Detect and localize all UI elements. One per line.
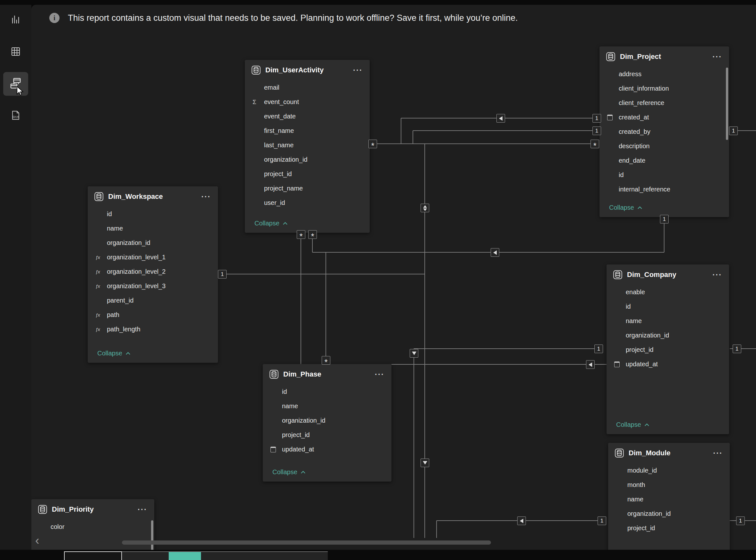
field-row[interactable]: name <box>608 492 730 506</box>
field-row[interactable]: name <box>607 314 729 328</box>
field-row[interactable]: created_at <box>599 110 729 124</box>
table-name: Dim_Module <box>629 449 671 457</box>
relationship-line[interactable] <box>414 348 597 349</box>
table-card-header[interactable]: Dim_Module ··· <box>608 443 730 463</box>
field-row[interactable]: path <box>88 308 218 322</box>
table-icon <box>38 505 47 514</box>
page-navigator-frame[interactable] <box>64 551 122 560</box>
field-row[interactable]: user_id <box>245 196 370 210</box>
field-row[interactable]: address <box>599 67 729 81</box>
card-scrollbar[interactable] <box>726 67 728 140</box>
table-card-dim-useractivity[interactable]: Dim_UserActivity ··· email event_count <box>245 60 370 233</box>
field-row[interactable]: created_by <box>599 124 729 139</box>
field-row[interactable]: color <box>32 520 154 534</box>
field-row[interactable]: last_name <box>245 138 370 153</box>
sidebar-item-table-view[interactable] <box>0 42 32 62</box>
collapse-link[interactable]: Collapse <box>263 468 391 482</box>
model-diagram-canvas[interactable]: * 1 * * * 1 1 * 1 1 1 1 1 1 Dim_UserActi… <box>32 31 756 550</box>
field-row[interactable]: end_date <box>599 153 729 168</box>
field-row[interactable]: event_count <box>245 95 370 109</box>
field-row[interactable]: project_name <box>245 181 370 196</box>
more-options-button[interactable]: ··· <box>713 52 722 61</box>
sidebar-item-report-view[interactable] <box>0 10 32 31</box>
field-row[interactable]: organization_id <box>263 413 391 428</box>
relationship-line[interactable] <box>401 118 401 144</box>
field-name: first_name <box>264 127 294 135</box>
field-row[interactable]: id <box>88 207 218 221</box>
relationship-line[interactable] <box>312 252 664 253</box>
table-card-dim-phase[interactable]: Dim_Phase ··· id name <box>263 364 391 482</box>
more-options-button[interactable]: ··· <box>201 192 211 201</box>
more-options-button[interactable]: ··· <box>353 66 363 75</box>
relationship-line[interactable] <box>424 144 425 538</box>
page-navigator-selection[interactable] <box>169 552 201 560</box>
field-row[interactable]: organization_id <box>608 506 730 521</box>
relationship-line[interactable] <box>326 252 326 360</box>
page-navigator-track[interactable] <box>122 551 328 560</box>
more-options-button[interactable]: ··· <box>138 505 147 514</box>
field-row[interactable]: organization_level_2 <box>88 264 218 279</box>
horizontal-scrollbar-thumb[interactable] <box>122 540 491 545</box>
more-options-button[interactable]: ··· <box>713 448 723 458</box>
svg-text:DAX: DAX <box>13 115 19 118</box>
relationship-line[interactable] <box>391 364 607 365</box>
field-row[interactable]: updated_at <box>263 442 391 457</box>
relationship-line[interactable] <box>413 131 413 144</box>
field-row[interactable]: enable <box>607 285 729 299</box>
field-row[interactable]: name <box>88 221 218 236</box>
field-row[interactable]: organization_level_1 <box>88 250 218 264</box>
field-row[interactable]: client_reference <box>599 96 729 110</box>
field-row[interactable]: client_information <box>599 81 729 96</box>
field-row[interactable]: organization_level_3 <box>88 279 218 293</box>
scroll-left-arrow[interactable]: ‹ <box>35 534 39 546</box>
table-card-dim-company[interactable]: Dim_Company ··· enable id <box>607 264 729 434</box>
relationship-line[interactable] <box>436 521 437 538</box>
relationship-line[interactable] <box>377 143 595 144</box>
sidebar-item-dax-query-view[interactable]: DAX <box>0 106 32 126</box>
table-card-header[interactable]: Dim_Phase ··· <box>263 364 391 384</box>
field-row[interactable]: description <box>599 139 729 153</box>
mouse-cursor <box>16 86 25 98</box>
card-scrollbar[interactable] <box>151 520 153 550</box>
field-row[interactable]: module_id <box>608 463 730 478</box>
relationship-line[interactable] <box>301 234 301 364</box>
relationship-line[interactable] <box>413 349 414 538</box>
field-row[interactable]: project_id <box>608 521 730 535</box>
field-row[interactable]: project_id <box>263 428 391 442</box>
field-row[interactable]: first_name <box>245 124 370 138</box>
field-row[interactable]: updated_at <box>607 357 729 372</box>
field-row[interactable]: event_date <box>245 109 370 124</box>
field-name: color <box>50 523 64 531</box>
field-row[interactable]: project_id <box>607 343 729 357</box>
field-row[interactable]: project_id <box>245 167 370 181</box>
relationship-line[interactable] <box>413 130 594 131</box>
field-row[interactable]: organization_id <box>607 328 729 343</box>
collapse-label: Collapse <box>254 220 280 227</box>
table-card-dim-module[interactable]: Dim_Module ··· module_id month <box>608 443 730 550</box>
collapse-link[interactable]: Collapse <box>245 220 370 233</box>
field-row[interactable]: id <box>263 384 391 399</box>
table-card-dim-workspace[interactable]: Dim_Workspace ··· id name <box>88 186 218 363</box>
cardinality-many-marker: * <box>308 230 317 239</box>
table-card-header[interactable]: Dim_Project ··· <box>599 46 729 67</box>
field-row[interactable]: internal_reference <box>599 182 729 197</box>
more-options-button[interactable]: ··· <box>375 370 384 379</box>
table-card-header[interactable]: Dim_UserActivity ··· <box>245 60 370 80</box>
collapse-link[interactable]: Collapse <box>88 349 218 363</box>
field-row[interactable]: email <box>245 80 370 95</box>
field-row[interactable]: organization_id <box>245 153 370 167</box>
table-card-header[interactable]: Dim_Priority ··· <box>32 499 154 520</box>
field-row[interactable]: month <box>608 478 730 492</box>
collapse-link[interactable]: Collapse <box>607 421 729 434</box>
field-row[interactable]: id <box>599 168 729 182</box>
field-row[interactable]: organization_id <box>88 236 218 250</box>
field-row[interactable]: path_length <box>88 322 218 337</box>
table-card-header[interactable]: Dim_Company ··· <box>607 264 729 285</box>
field-row[interactable]: id <box>607 299 729 314</box>
field-row[interactable]: name <box>263 399 391 413</box>
table-card-dim-project[interactable]: Dim_Project ··· address client_informati… <box>599 46 729 217</box>
field-row[interactable]: parent_id <box>88 293 218 308</box>
field-name: client_reference <box>619 99 664 107</box>
table-card-header[interactable]: Dim_Workspace ··· <box>88 186 218 207</box>
more-options-button[interactable]: ··· <box>713 270 722 279</box>
